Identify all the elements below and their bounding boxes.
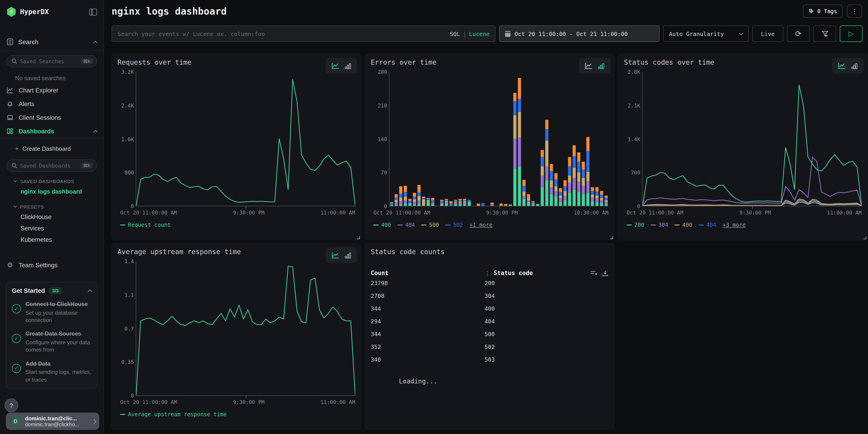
filter-button[interactable] xyxy=(813,26,836,42)
sidebar-item-chart-explorer[interactable]: Chart Explorer xyxy=(0,83,103,97)
table-row[interactable]: 340503 xyxy=(371,353,609,366)
sidebar-item-client-sessions[interactable]: Client Sessions xyxy=(0,111,103,124)
saved-dashboards-field[interactable] xyxy=(20,162,78,169)
sidebar-item-dashboards[interactable]: Dashboards xyxy=(0,124,103,138)
legend-more-link[interactable]: +3 more xyxy=(723,222,746,228)
sidebar-item-label: Client Sessions xyxy=(19,114,61,121)
bell-icon xyxy=(6,100,14,107)
table-row[interactable]: 352502 xyxy=(371,340,609,353)
check-circle-icon: ✓ xyxy=(12,334,21,343)
legend-more-link[interactable]: +1 more xyxy=(469,222,493,228)
mode-lucene[interactable]: Lucene xyxy=(469,30,490,37)
date-range-picker[interactable]: Oct 20 11:00:00 - Oct 21 11:00:00 xyxy=(499,26,659,42)
sidebar-header: ⚡ HyperDX xyxy=(0,0,103,24)
chevron-up-icon[interactable] xyxy=(93,130,98,134)
shortcut-badge: ⌘K xyxy=(81,58,93,64)
download-icon[interactable] xyxy=(602,270,609,276)
avatar: D xyxy=(9,415,22,427)
no-saved-searches-text: No saved searches xyxy=(15,75,97,82)
bar-chart-icon[interactable] xyxy=(345,63,351,69)
run-query-button[interactable]: ▷ xyxy=(840,26,863,42)
chart-type-toggle xyxy=(326,247,357,263)
user-menu[interactable]: D dominic.tran@clic... dominic.tran@clic… xyxy=(6,412,99,430)
line-chart-icon[interactable] xyxy=(332,252,339,259)
help-button[interactable]: ? xyxy=(5,399,18,412)
toolbar: SQL|Lucene Oct 20 11:00:00 - Oct 21 11:0… xyxy=(104,18,868,42)
chart-legend: Average upstream response time xyxy=(120,411,355,417)
resize-handle[interactable] xyxy=(863,236,866,239)
chart-title: Average upstream response time xyxy=(118,248,355,256)
table-row[interactable]: 344500 xyxy=(371,328,609,340)
chart-type-toggle xyxy=(326,58,357,74)
bar-chart-icon[interactable] xyxy=(345,252,351,258)
loading-text: Loading... xyxy=(399,377,609,385)
get-started-badge: 3/3 xyxy=(49,287,62,294)
sidebar-item-clickhouse[interactable]: ClickHouse xyxy=(0,211,103,223)
sidebar-item-kubernetes[interactable]: Kubernetes xyxy=(0,234,103,245)
chart-plot[interactable] xyxy=(642,72,862,206)
tags-button[interactable]: 0 Tags xyxy=(803,5,842,18)
sidebar-item-nginx-logs-dashboard[interactable]: nginx logs dashboard xyxy=(0,186,103,197)
get-started-item[interactable]: ✓ Create Data Sources Configure where yo… xyxy=(12,331,92,354)
granularity-select[interactable]: Auto Granularity xyxy=(663,26,749,42)
create-dashboard-button[interactable]: + Create Dashboard xyxy=(0,142,103,155)
column-header-count[interactable]: Count xyxy=(371,270,485,276)
column-header-status-code[interactable]: Status code xyxy=(494,270,533,276)
sidebar-collapse-icon[interactable] xyxy=(89,8,97,15)
mode-sql[interactable]: SQL xyxy=(450,30,460,37)
refresh-button[interactable]: ⟳ xyxy=(787,26,810,42)
event-search-input[interactable] xyxy=(118,30,446,37)
chart-legend: Request count xyxy=(120,222,355,228)
chevron-up-icon[interactable] xyxy=(93,40,98,45)
chart-plot[interactable] xyxy=(136,72,355,206)
presets-section[interactable]: PRESETS xyxy=(0,200,103,211)
sidebar-search-label: Search xyxy=(18,38,38,45)
saved-searches-field[interactable] xyxy=(20,58,78,64)
plus-icon: + xyxy=(15,145,19,152)
live-button[interactable]: Live xyxy=(752,26,783,42)
bar-chart-icon[interactable] xyxy=(598,63,604,69)
chevron-up-icon[interactable] xyxy=(88,289,92,294)
line-chart-icon[interactable] xyxy=(585,62,592,69)
line-chart-icon[interactable] xyxy=(838,62,846,69)
table-title: Status code counts xyxy=(371,248,609,256)
saved-dashboards-input[interactable]: ⌘K xyxy=(6,159,97,172)
chevron-down-icon xyxy=(14,179,17,182)
sidebar: ⚡ HyperDX Search ⌘K No saved searches Ch… xyxy=(0,0,104,434)
panel-requests-over-time: Requests over time 3.2K2.4K1.6K8000 Oct … xyxy=(111,53,362,241)
hyperdx-logo-icon: ⚡ xyxy=(6,7,17,17)
get-started-item[interactable]: ✓ Connect to ClickHouse Set up your data… xyxy=(12,301,92,324)
refresh-icon: ⟳ xyxy=(795,30,802,38)
filter-edit-icon xyxy=(821,30,829,38)
kebab-menu-button[interactable]: ⋮ xyxy=(847,5,862,18)
sidebar-item-label: Dashboards xyxy=(19,128,54,134)
table-row[interactable]: 2708304 xyxy=(371,289,609,302)
main-area: nginx logs dashboard 0 Tags ⋮ SQL|Lucene… xyxy=(104,0,868,434)
column-drag-handle[interactable]: ⋮ xyxy=(485,270,489,276)
table-header: Count ⋮ Status code xyxy=(371,270,609,276)
resize-handle[interactable] xyxy=(357,236,360,239)
sidebar-item-team-settings[interactable]: ⚙ Team Settings xyxy=(0,258,103,272)
bar-chart-icon[interactable] xyxy=(851,63,858,69)
resize-handle[interactable] xyxy=(610,236,613,239)
sidebar-item-services[interactable]: Services xyxy=(0,223,103,234)
table-row[interactable]: 344400 xyxy=(371,302,609,315)
sidebar-item-alerts[interactable]: Alerts xyxy=(0,97,103,111)
table-row[interactable]: 294404 xyxy=(371,315,609,328)
sidebar-item-search[interactable]: Search xyxy=(0,34,103,50)
app-name: HyperDX xyxy=(20,8,49,16)
gear-icon: ⚙ xyxy=(6,261,14,269)
table-row[interactable]: 23798200 xyxy=(371,276,609,289)
line-chart-icon[interactable] xyxy=(332,62,339,69)
get-started-item[interactable]: ✓ Add Data Start sending logs, metrics, … xyxy=(12,360,92,383)
event-search[interactable]: SQL|Lucene xyxy=(112,26,495,42)
chart-plot[interactable] xyxy=(136,261,355,396)
sidebar-item-label: Chart Explorer xyxy=(19,87,58,94)
chevron-right-icon xyxy=(92,419,96,424)
chart-plot[interactable] xyxy=(389,72,609,206)
saved-searches-input[interactable]: ⌘K xyxy=(6,55,97,67)
table-body: 2379820027083043444002944043445003525023… xyxy=(371,276,609,366)
manage-columns-icon[interactable] xyxy=(590,270,597,276)
saved-dashboards-section[interactable]: SAVED DASHBOARDS xyxy=(0,175,103,186)
chevron-down-icon xyxy=(739,31,743,35)
